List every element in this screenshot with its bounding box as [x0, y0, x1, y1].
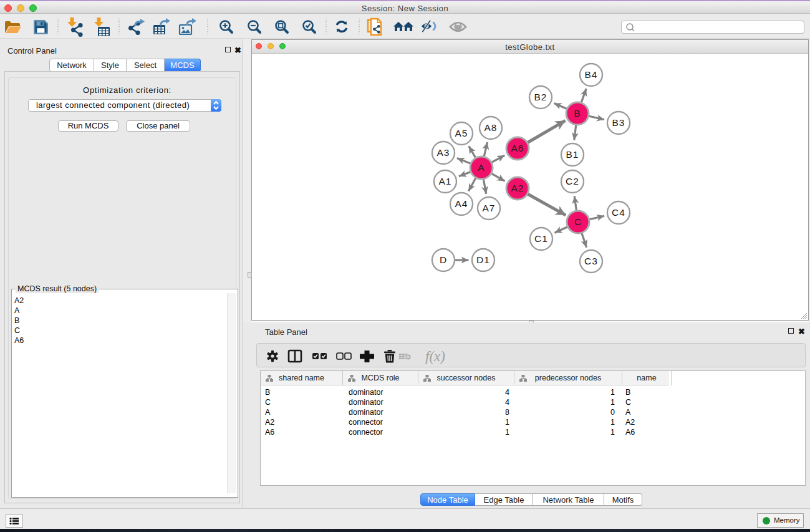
svg-text:B1: B1 [566, 149, 579, 160]
svg-text:B4: B4 [585, 69, 598, 80]
svg-text:A2: A2 [511, 183, 524, 193]
svg-text:A3: A3 [437, 147, 450, 158]
svg-text:C4: C4 [612, 207, 625, 218]
svg-text:A7: A7 [483, 203, 496, 213]
svg-text:C1: C1 [534, 233, 548, 244]
svg-text:B2: B2 [534, 92, 547, 102]
svg-text:A4: A4 [455, 198, 468, 209]
svg-text:A1: A1 [439, 176, 452, 186]
svg-text:D: D [440, 254, 447, 265]
svg-text:A8: A8 [485, 122, 498, 133]
svg-text:C2: C2 [566, 176, 579, 186]
svg-text:B: B [574, 108, 581, 118]
svg-text:A5: A5 [455, 128, 468, 138]
svg-text:f(x): f(x) [425, 349, 445, 364]
svg-text:D1: D1 [476, 254, 490, 265]
svg-text:A6: A6 [511, 143, 524, 153]
svg-text:C3: C3 [584, 256, 598, 266]
svg-text:C: C [574, 216, 582, 227]
svg-text:B3: B3 [612, 117, 625, 128]
svg-text:A: A [478, 162, 485, 173]
